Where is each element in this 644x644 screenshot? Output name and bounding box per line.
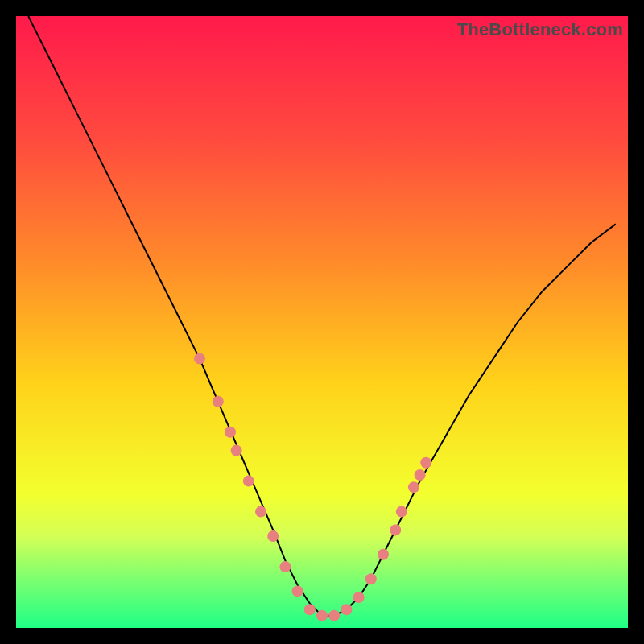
watermark-text: TheBottleneck.com (457, 19, 623, 40)
highlight-dot (415, 469, 426, 481)
highlight-dot (292, 585, 303, 597)
highlight-dot (353, 592, 365, 603)
highlight-dot (225, 427, 236, 438)
highlight-dot (408, 481, 419, 493)
highlight-dot (396, 506, 407, 518)
highlight-dot (316, 610, 328, 621)
highlight-dot (231, 445, 242, 456)
chart-frame: TheBottleneck.com (16, 16, 628, 628)
highlight-dot (304, 604, 316, 615)
highlight-dot (365, 573, 377, 584)
highlight-dot (341, 604, 352, 615)
highlight-dot (390, 524, 401, 535)
highlight-dot (267, 530, 279, 542)
highlight-dot (243, 476, 254, 487)
gradient-background (16, 16, 628, 628)
highlight-dot (328, 610, 340, 621)
highlight-dot (420, 457, 431, 469)
bottleneck-chart (16, 16, 628, 628)
highlight-dot (378, 549, 389, 560)
highlight-dot (213, 396, 224, 407)
highlight-dot (279, 561, 291, 572)
highlight-dot (255, 506, 266, 518)
highlight-dot (194, 353, 205, 365)
